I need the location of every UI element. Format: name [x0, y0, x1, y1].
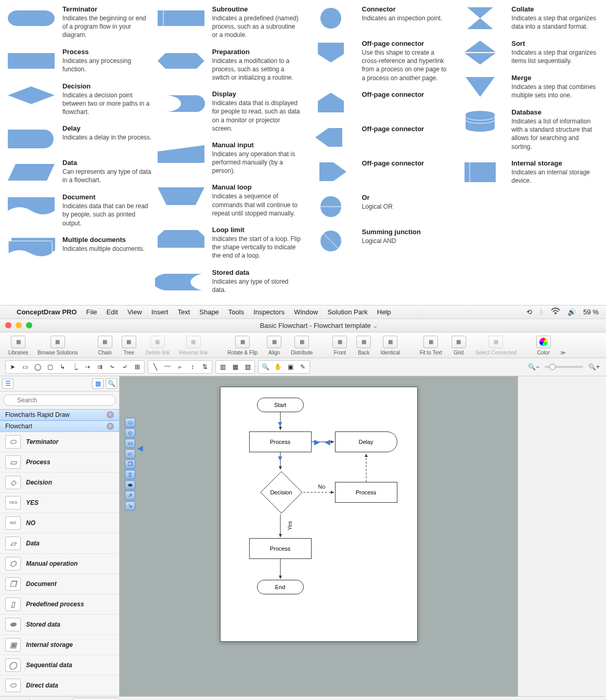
toolbar-tree[interactable]: ▦Tree [119, 336, 139, 355]
branch-tool-icon[interactable]: ⤷ [107, 362, 118, 372]
toolbar-back[interactable]: ▦Back [353, 336, 374, 355]
minimize-window-button[interactable] [16, 322, 22, 328]
sidebar-view-list-icon[interactable]: ☰ [2, 378, 14, 389]
toolbar-browse-solutions[interactable]: ▦Browse Solutions [34, 336, 81, 355]
library-item[interactable]: ▱Data [0, 533, 119, 554]
library-item[interactable]: ◯Sequential data [0, 655, 119, 676]
rapid-terminator-icon[interactable]: ⬭ [125, 418, 135, 427]
align-center-icon[interactable]: ▦ [229, 362, 241, 372]
curve-icon[interactable]: 〰 [162, 362, 173, 372]
flow-process-node[interactable]: Process [249, 431, 312, 452]
rapid-display-icon[interactable]: ⬬ [125, 480, 135, 490]
toolbar-color[interactable]: Color [533, 336, 554, 355]
flow-process3-node[interactable]: Process [249, 538, 312, 559]
close-window-button[interactable] [5, 322, 11, 328]
volume-icon[interactable]: 🔊 [568, 308, 576, 316]
flow-start-node[interactable]: Start [257, 398, 304, 412]
canvas-page[interactable]: Start Process Delay Decision Process Pro… [220, 387, 418, 642]
sidebar-view-grid-icon[interactable]: ▦ [92, 378, 104, 389]
library-item[interactable]: ⬭Terminator [0, 432, 119, 452]
library-item[interactable]: ⬬Stored data [0, 615, 119, 635]
rapid-decision-icon[interactable]: ◇ [125, 428, 135, 438]
rapid-line-icon[interactable]: ↘ [125, 501, 135, 511]
toolbar-libraries[interactable]: ▦Libraries [5, 336, 31, 355]
rapid-connector-icon[interactable]: ↗ [125, 491, 135, 500]
rapid-process-icon[interactable]: ▭ [125, 439, 135, 448]
rapid-left-arrow-icon[interactable]: ◀ [137, 444, 143, 452]
library-item[interactable]: ◇Decision [0, 473, 119, 493]
line-icon[interactable]: ╲ [149, 362, 161, 372]
eyedropper-icon[interactable]: ✎ [297, 362, 308, 372]
handle-icon[interactable]: ▼ [277, 454, 284, 462]
zoom-in-icon[interactable]: 🔍+ [588, 362, 600, 372]
more-tool-icon[interactable]: ⊞ [132, 362, 143, 372]
handle-icon[interactable]: ▼ [277, 419, 284, 428]
arrow-icon[interactable]: ↕ [187, 362, 198, 372]
align-left-icon[interactable]: ▥ [217, 362, 228, 372]
sidebar-category[interactable]: Flowcharts Rapid Draw× [0, 409, 119, 421]
flow-process2-node[interactable]: Process [335, 482, 397, 503]
toolbar-align[interactable]: ▦Align [264, 336, 285, 355]
menu-file[interactable]: File [86, 308, 97, 316]
menu-view[interactable]: View [127, 308, 142, 316]
library-item[interactable]: ▭Process [0, 452, 119, 473]
rapid-subroutine-icon[interactable]: ▯ [125, 470, 135, 479]
close-icon[interactable]: × [107, 411, 114, 418]
canvas-area[interactable]: ⬭ ◇ ▭ ▱ ❐ ▯ ⬬ ↗ ↘ ◀ Start Process Delay … [120, 376, 518, 696]
menu-tools[interactable]: Tools [228, 308, 244, 316]
pan-icon[interactable]: ✋ [272, 362, 283, 372]
menu-insert[interactable]: Insert [151, 308, 169, 316]
close-icon[interactable]: × [107, 423, 114, 430]
menu-solution-park[interactable]: Solution Park [327, 308, 367, 316]
toolbar-rotate-flip[interactable]: ▦Rotate & Flip [224, 336, 261, 355]
zoom-slider[interactable] [545, 366, 583, 368]
handle-icon[interactable]: ◀ [325, 438, 330, 446]
polyline-icon[interactable]: ⌐ [174, 362, 186, 372]
library-item[interactable]: ⬡Manual operation [0, 554, 119, 574]
bluetooth-icon[interactable]: ᛒ [539, 308, 544, 316]
library-item[interactable]: YESYES [0, 493, 119, 513]
handle-icon[interactable]: ▶ [314, 438, 320, 446]
wifi-icon[interactable] [551, 308, 560, 316]
ellipse-tool-icon[interactable]: ◯ [32, 362, 43, 372]
toolbar-grid[interactable]: ▦Grid [448, 336, 469, 355]
zoom-out-icon[interactable]: 🔍− [528, 362, 539, 372]
flow-end-node[interactable]: End [257, 580, 304, 594]
zoom-window-button[interactable] [26, 322, 32, 328]
route-tool-icon[interactable]: ⇉ [94, 362, 106, 372]
flow-decision-node[interactable]: Decision [260, 470, 303, 514]
toolbar-identical[interactable]: ▦Identical [377, 336, 403, 355]
sidebar-search-icon[interactable]: 🔍 [106, 378, 117, 389]
menu-shape[interactable]: Shape [199, 308, 219, 316]
menu-window[interactable]: Window [294, 308, 318, 316]
connector-tool-icon[interactable]: ↳ [57, 362, 68, 372]
library-item[interactable]: ▯Predefined process [0, 594, 119, 615]
flow-delay-node[interactable]: Delay [335, 431, 397, 452]
menu-inspectors[interactable]: Inspectors [253, 308, 285, 316]
toolbar-front[interactable]: ▦Front [329, 336, 350, 355]
toolbar-fit-to-text[interactable]: ▦Fit to Text [417, 336, 445, 355]
zoom-level[interactable]: Custom 78% ⇕ [73, 698, 119, 700]
timemachine-icon[interactable]: ⟲ [526, 308, 532, 316]
smart-connector-icon[interactable]: ⇢ [82, 362, 93, 372]
menu-help[interactable]: Help [377, 308, 391, 316]
library-item[interactable]: ❐Document [0, 574, 119, 594]
toolbar-chain[interactable]: ▦Chain [95, 336, 115, 355]
sidebar-category[interactable]: Flowchart× [0, 421, 119, 432]
line-tool-icon[interactable]: ⎿ [69, 362, 81, 372]
library-item[interactable]: ▣Internal storage [0, 635, 119, 655]
rapid-document-icon[interactable]: ❐ [125, 460, 135, 469]
rect-tool-icon[interactable]: ▭ [19, 362, 31, 372]
toolbar-overflow-icon[interactable]: ≫ [557, 350, 569, 355]
menu-edit[interactable]: Edit [107, 308, 118, 316]
join-tool-icon[interactable]: ⤶ [119, 362, 131, 372]
menu-text[interactable]: Text [177, 308, 190, 316]
text-tool-icon[interactable]: ▢ [44, 362, 56, 372]
align-right-icon[interactable]: ▧ [242, 362, 253, 372]
connector-icon[interactable]: ⇅ [199, 362, 211, 372]
library-item[interactable]: NONO [0, 513, 119, 533]
zoom-icon[interactable]: 🔍 [260, 362, 271, 372]
rapid-data-icon[interactable]: ▱ [125, 449, 135, 459]
stamp-icon[interactable]: ▣ [285, 362, 296, 372]
sidebar-search-input[interactable] [3, 394, 116, 406]
